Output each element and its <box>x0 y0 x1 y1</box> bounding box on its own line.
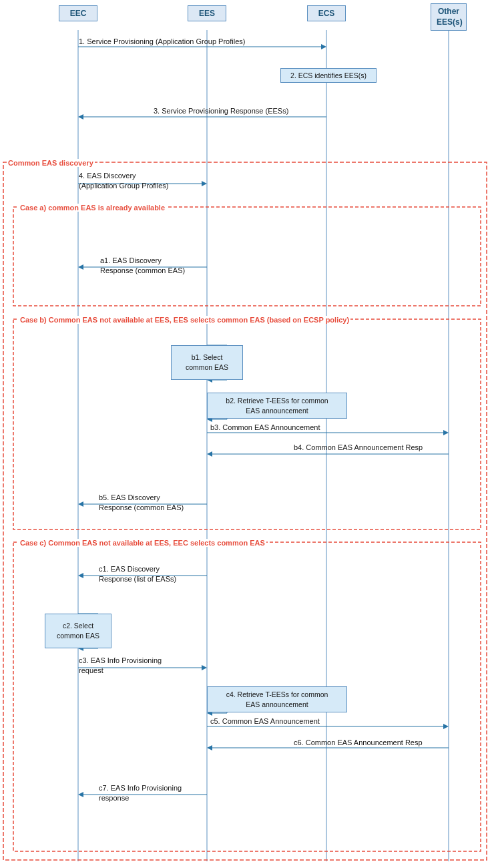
msgc6-label: c6. Common EAS Announcement Resp <box>294 738 423 746</box>
msgc4-box: c4. Retrieve T-EESs for commonEAS announ… <box>207 686 347 712</box>
msg1-label: 1. Service Provisioning (Application Gro… <box>79 37 245 45</box>
svg-marker-11 <box>78 114 83 120</box>
svg-marker-23 <box>78 573 83 578</box>
msgb4-label: b4. Common EAS Announcement Resp <box>294 443 423 451</box>
svg-marker-13 <box>202 181 207 186</box>
svg-marker-19 <box>207 451 212 457</box>
caseb-label: Case b) Common EAS not available at EES,… <box>19 316 350 324</box>
svg-marker-17 <box>443 430 449 435</box>
sequence-diagram: EEC EES ECS OtherEES(s) 1. Service Provi… <box>0 0 490 868</box>
msg3-label: 3. Service Provisioning Response (EESs) <box>154 107 288 115</box>
msgb5-label: b5. EAS DiscoveryResponse (common EAS) <box>99 493 184 513</box>
participant-ees: EES <box>188 5 226 21</box>
svg-marker-21 <box>78 501 83 507</box>
participant-other-ees: OtherEES(s) <box>431 3 467 31</box>
msgc5-label: c5. Common EAS Announcement <box>210 717 320 725</box>
svg-marker-29 <box>207 745 212 750</box>
outer-box-label: Common EAS discovery <box>7 159 95 167</box>
participant-ecs: ECS <box>307 5 346 21</box>
participant-eec: EEC <box>59 5 97 21</box>
msgc7-label: c7. EAS Info Provisioningresponse <box>99 783 182 804</box>
diagram-svg <box>0 0 490 868</box>
msgb3-label: b3. Common EAS Announcement <box>210 423 320 431</box>
svg-marker-9 <box>321 44 326 49</box>
msg4-label: 4. EAS Discovery(Application Group Profi… <box>79 171 169 192</box>
svg-marker-27 <box>443 724 449 729</box>
svg-marker-15 <box>78 264 83 270</box>
msgc2-box: c2. Selectcommon EAS <box>45 614 111 648</box>
svg-marker-31 <box>78 792 83 797</box>
msgc3-label: c3. EAS Info Provisioningrequest <box>79 656 162 676</box>
msg2-box: 2. ECS identifies EES(s) <box>280 68 377 83</box>
msga1-label: a1. EAS DiscoveryResponse (common EAS) <box>100 256 185 276</box>
svg-rect-4 <box>3 162 487 860</box>
msgc1-label: c1. EAS DiscoveryResponse (list of EASs) <box>99 564 176 585</box>
casec-label: Case c) Common EAS not available at EES,… <box>19 539 266 547</box>
msgb2-box: b2. Retrieve T-EESs for commonEAS announ… <box>207 393 347 419</box>
svg-rect-5 <box>13 207 481 306</box>
casea-label: Case a) common EAS is already available <box>19 204 166 212</box>
svg-marker-25 <box>202 665 207 670</box>
msgb1-box: b1. Selectcommon EAS <box>171 345 243 380</box>
